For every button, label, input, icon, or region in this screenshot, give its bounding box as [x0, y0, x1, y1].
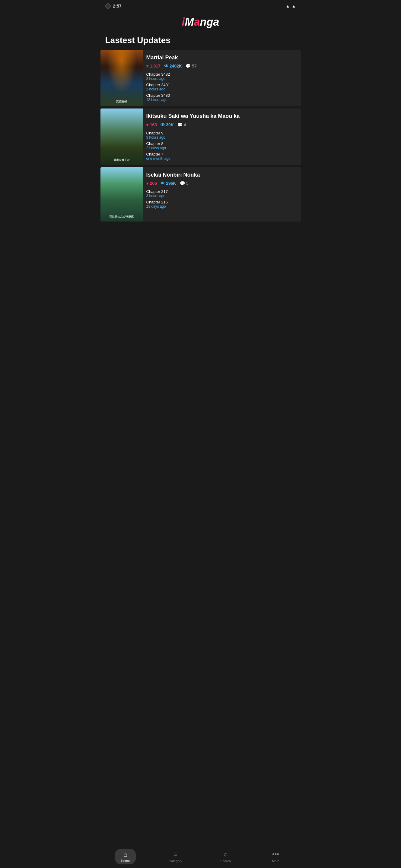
chat-icon: 💬 — [185, 64, 191, 68]
nav-label-more: More — [272, 859, 279, 863]
manga-title-martial-peak: Martial Peak — [146, 54, 297, 61]
likes-value: 163 — [150, 122, 157, 127]
manga-stats-isekai: 266 👁 296K 💬 5 — [146, 181, 297, 186]
likes-value: 1,017 — [150, 64, 161, 68]
nav-label-search: Search — [220, 859, 231, 863]
manga-title-isekai: Isekai Nonbiri Nouka — [146, 172, 297, 179]
cover-label-ikitsuku: 勇者か魔王か — [102, 158, 141, 162]
manga-cover-isekai: 異世界のんびり農家 — [101, 167, 143, 221]
nav-active-bg-home: ⌂ Home — [115, 849, 136, 864]
nav-item-search[interactable]: ⌕ Search — [201, 850, 251, 863]
views-value: 2402K — [170, 64, 182, 68]
eye-icon: 👁 — [164, 64, 168, 68]
bottom-nav: ⌂ Home ≡ Category ⌕ Search ••• More — [101, 847, 301, 868]
manga-cover-martial-peak: 武炼巅峰 — [101, 50, 143, 106]
chapter-name: Chapter 7 — [146, 152, 297, 156]
chapter-name: Chapter 8 — [146, 141, 297, 146]
chat-icon: 💬 — [180, 181, 185, 186]
comments-value: 57 — [192, 64, 197, 68]
manga-card-ikitsuku[interactable]: 勇者か魔王か Ikitsuku Saki wa Yuusha ka Maou k… — [101, 108, 301, 164]
chapter-list-ikitsuku: Chapter 9 3 hours ago Chapter 8 21 days … — [146, 131, 297, 161]
chapter-time: 3 hours ago — [146, 135, 297, 140]
chapter-name: Chapter 216 — [146, 200, 297, 204]
comments-value: 5 — [186, 181, 189, 186]
manga-info-ikitsuku: Ikitsuku Saki wa Yuusha ka Maou ka 163 👁… — [143, 108, 301, 164]
chapter-name: Chapter 3482 — [146, 72, 297, 76]
chapter-time: 21 days ago — [146, 146, 297, 150]
eye-icon: 👁 — [161, 122, 165, 127]
chapter-item[interactable]: Chapter 3482 2 hours ago — [146, 72, 297, 81]
chapter-name: Chapter 3481 — [146, 83, 297, 87]
manga-title-ikitsuku: Ikitsuku Saki wa Yuusha ka Maou ka — [146, 113, 297, 120]
status-bar: 2:57 ▲ ▲ — [101, 0, 301, 12]
stat-views-ikitsuku: 👁 30K — [161, 122, 174, 127]
chapter-item[interactable]: Chapter 3480 13 hours ago — [146, 93, 297, 102]
manga-info-isekai: Isekai Nonbiri Nouka 266 👁 296K 💬 5 — [143, 167, 301, 221]
manga-card-martial-peak[interactable]: 武炼巅峰 Martial Peak 1,017 👁 2402K 💬 57 — [101, 50, 301, 106]
wifi-icon: ▲ — [286, 4, 290, 8]
search-icon: ⌕ — [224, 850, 228, 858]
nav-item-more[interactable]: ••• More — [251, 850, 301, 863]
chapter-name: Chapter 217 — [146, 189, 297, 194]
eye-icon: 👁 — [161, 181, 165, 186]
page-title: Lastest Updates — [101, 33, 301, 50]
category-icon: ≡ — [173, 850, 177, 858]
chapter-time: 3 hours ago — [146, 194, 297, 198]
manga-stats-ikitsuku: 163 👁 30K 💬 4 — [146, 122, 297, 127]
manga-cover-ikitsuku: 勇者か魔王か — [101, 108, 143, 164]
likes-value: 266 — [150, 181, 157, 186]
stat-likes-ikitsuku: 163 — [146, 122, 157, 127]
app-logo: iManga — [182, 16, 219, 28]
cover-label-isekai: 異世界のんびり農家 — [102, 215, 141, 218]
chapter-time: 2 hours ago — [146, 76, 297, 81]
status-icons: ▲ ▲ — [286, 4, 296, 8]
manga-info-martial-peak: Martial Peak 1,017 👁 2402K 💬 57 — [143, 50, 301, 106]
views-value: 30K — [166, 122, 174, 127]
chapter-item[interactable]: Chapter 217 3 hours ago — [146, 189, 297, 198]
chapter-item[interactable]: Chapter 8 21 days ago — [146, 141, 297, 150]
more-icon: ••• — [272, 850, 279, 858]
chapter-time: one month ago — [146, 156, 297, 161]
content-area: Lastest Updates 武炼巅峰 Martial Peak 1,017 … — [101, 33, 301, 248]
stat-comments-martial-peak: 💬 57 — [185, 64, 197, 68]
chapter-item[interactable]: Chapter 3481 2 hours ago — [146, 83, 297, 91]
chapter-time: 13 days ago — [146, 204, 297, 209]
status-time-container: 2:57 — [105, 3, 122, 9]
chapter-list-martial-peak: Chapter 3482 2 hours ago Chapter 3481 2 … — [146, 72, 297, 102]
chat-icon: 💬 — [177, 122, 182, 127]
heart-icon — [146, 122, 149, 127]
stat-likes-isekai: 266 — [146, 181, 157, 186]
stat-likes-martial-peak: 1,017 — [146, 64, 161, 68]
heart-icon — [146, 64, 149, 68]
home-icon: ⌂ — [123, 850, 127, 858]
signal-icon: ▲ — [292, 4, 296, 8]
status-dot — [105, 3, 111, 9]
chapter-time: 13 hours ago — [146, 98, 297, 102]
heart-icon — [146, 181, 149, 186]
manga-list: 武炼巅峰 Martial Peak 1,017 👁 2402K 💬 57 — [101, 50, 301, 221]
nav-item-category[interactable]: ≡ Category — [150, 850, 201, 863]
cover-label-martial-peak: 武炼巅峰 — [102, 100, 141, 103]
chapter-time: 2 hours ago — [146, 87, 297, 91]
stat-views-isekai: 👁 296K — [161, 181, 176, 186]
manga-stats-martial-peak: 1,017 👁 2402K 💬 57 — [146, 64, 297, 68]
chapter-item[interactable]: Chapter 216 13 days ago — [146, 200, 297, 209]
views-value: 296K — [166, 181, 176, 186]
app-header: iManga — [101, 12, 301, 33]
chapter-name: Chapter 9 — [146, 131, 297, 135]
chapter-list-isekai: Chapter 217 3 hours ago Chapter 216 13 d… — [146, 189, 297, 209]
chapter-item[interactable]: Chapter 9 3 hours ago — [146, 131, 297, 140]
status-time: 2:57 — [113, 4, 122, 8]
chapter-item[interactable]: Chapter 7 one month ago — [146, 152, 297, 161]
stat-comments-isekai: 💬 5 — [180, 181, 189, 186]
stat-comments-ikitsuku: 💬 4 — [177, 122, 186, 127]
nav-item-home[interactable]: ⌂ Home — [101, 849, 150, 864]
nav-label-home: Home — [121, 859, 130, 863]
comments-value: 4 — [184, 122, 186, 127]
manga-card-isekai[interactable]: 異世界のんびり農家 Isekai Nonbiri Nouka 266 👁 296… — [101, 167, 301, 221]
chapter-name: Chapter 3480 — [146, 93, 297, 98]
nav-label-category: Category — [169, 859, 182, 863]
stat-views-martial-peak: 👁 2402K — [164, 64, 182, 68]
